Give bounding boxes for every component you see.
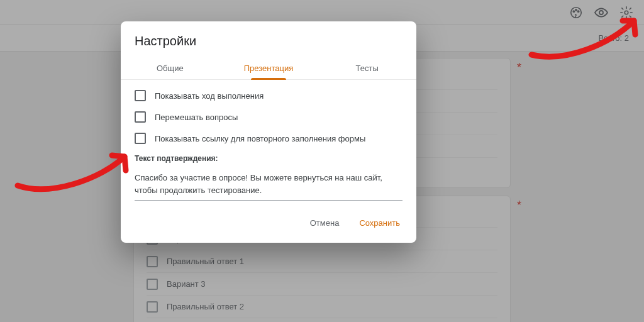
dialog-title: Настройки xyxy=(121,34,416,57)
confirmation-header: Текст подтверждения: xyxy=(135,154,402,163)
tab-presentation[interactable]: Презентация xyxy=(219,57,318,79)
checkbox-label: Показывать ход выполнения xyxy=(155,91,264,101)
tab-quizzes[interactable]: Тесты xyxy=(318,57,416,79)
dialog-tabs: Общие Презентация Тесты xyxy=(121,57,416,80)
confirmation-textbox[interactable]: Спасибо за участие в опросе! Вы можете в… xyxy=(135,169,402,201)
dialog-body: Показывать ход выполнения Перемешать воп… xyxy=(121,80,416,204)
dialog-actions: Отмена Сохранить xyxy=(121,204,416,234)
checkbox-icon xyxy=(135,90,146,101)
checkbox-icon xyxy=(135,111,146,123)
checkbox-row-resubmit[interactable]: Показывать ссылку для повторного заполне… xyxy=(135,133,402,144)
checkbox-label: Перемешать вопросы xyxy=(155,113,238,122)
tab-general[interactable]: Общие xyxy=(121,57,219,79)
save-button[interactable]: Сохранить xyxy=(357,214,402,231)
checkbox-row-progress[interactable]: Показывать ход выполнения xyxy=(135,90,402,101)
cancel-button[interactable]: Отмена xyxy=(308,214,342,231)
settings-dialog: Настройки Общие Презентация Тесты Показы… xyxy=(121,21,416,243)
checkbox-label: Показывать ссылку для повторного заполне… xyxy=(155,134,365,143)
checkbox-icon xyxy=(135,133,146,144)
checkbox-row-shuffle[interactable]: Перемешать вопросы xyxy=(135,111,402,123)
